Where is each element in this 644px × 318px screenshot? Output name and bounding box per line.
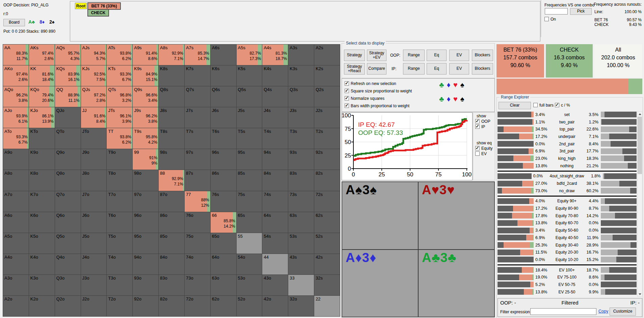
hand-cell-Q2s[interactable]: Q2s bbox=[314, 86, 340, 107]
explorer-row-top-pair[interactable]: 34.5%top_pair22.6% bbox=[498, 125, 637, 133]
suit-icon[interactable]: ♥ bbox=[453, 81, 460, 89]
hand-cell-74s[interactable]: 74s bbox=[262, 191, 288, 212]
show-item-ip[interactable]: IP bbox=[475, 124, 495, 129]
hand-cell-Q7o[interactable]: Q7o bbox=[55, 191, 81, 212]
hand-cell-T4s[interactable]: T4s bbox=[262, 128, 288, 149]
hand-cell-88[interactable]: 8892.9%7.1% bbox=[159, 170, 184, 191]
option-checkbox[interactable] bbox=[345, 104, 349, 108]
explorer-row-equity-60-70[interactable]: 13.8%Equity 60-700.0% bbox=[498, 220, 637, 227]
hand-cell-A8o[interactable]: A8o bbox=[3, 170, 29, 191]
hand-cell-K4s[interactable]: K4s bbox=[262, 65, 288, 86]
show-checkbox[interactable] bbox=[475, 119, 480, 123]
hand-cell-95o[interactable]: 95o bbox=[133, 233, 158, 254]
hand-cell-QJo[interactable]: QJo bbox=[55, 107, 81, 128]
hand-cell-65s[interactable]: 65s bbox=[237, 212, 262, 233]
suit-icon[interactable]: ♣ bbox=[439, 81, 447, 89]
hand-cell-KQo[interactable]: KQo79.4%20.6% bbox=[29, 86, 55, 107]
suit-icon[interactable]: ♠ bbox=[460, 95, 467, 103]
hand-cell-KTs[interactable]: KTs93.3%6.7% bbox=[107, 65, 132, 86]
hand-cell-75o[interactable]: 75o bbox=[185, 233, 210, 254]
hand-cell-66[interactable]: 6685.8%14.2% bbox=[211, 212, 236, 233]
explorer-row-equity-50-60[interactable]: 3.4%Equity 50-600.0% bbox=[498, 227, 637, 234]
tree-node-bet[interactable]: BET 76 (33%) bbox=[87, 2, 121, 10]
hand-cell-QQ[interactable]: QQ88.9%11.1% bbox=[55, 86, 81, 107]
option-checkbox[interactable] bbox=[345, 96, 349, 100]
hand-cell-K8o[interactable]: K8o bbox=[29, 170, 55, 191]
oop-ev-button[interactable]: EV bbox=[449, 50, 469, 61]
hand-cell-A4s[interactable]: A4s81.3%18.7% bbox=[262, 45, 288, 65]
scroll-up-icon[interactable] bbox=[638, 112, 642, 116]
pick-button[interactable]: Pick bbox=[570, 8, 592, 15]
hand-cell-A3o[interactable]: A3o bbox=[3, 275, 29, 295]
hand-cell-Q4s[interactable]: Q4s bbox=[262, 86, 288, 107]
explorer-row-4out-straight-draw[interactable]: 0.0%4out_straight_draw1.8% bbox=[498, 173, 637, 180]
explorer-row-equity-40-50[interactable]: 6.9%Equity 40-5011.9% bbox=[498, 234, 637, 241]
explorer-row-equity-70-80[interactable]: 17.8%Equity 70-8014.2% bbox=[498, 212, 637, 220]
strategy-ev-button[interactable]: Strategy +EV bbox=[367, 50, 386, 61]
ip-ev-button[interactable]: EV bbox=[449, 63, 469, 75]
hand-cell-95s[interactable]: 95s bbox=[237, 149, 262, 170]
ip-blockers-button[interactable]: Blockers bbox=[472, 63, 493, 75]
hand-cell-63s[interactable]: 63s bbox=[288, 212, 314, 233]
tree-node-check[interactable]: CHECK bbox=[87, 9, 109, 17]
hand-cell-AQo[interactable]: AQo96.2%3.8% bbox=[3, 86, 29, 107]
hand-cell-T8s[interactable]: T8s bbox=[159, 128, 184, 149]
hand-cell-T5s[interactable]: T5s bbox=[237, 128, 262, 149]
hand-cell-A2o[interactable]: A2o bbox=[3, 296, 29, 316]
hand-cell-K3s[interactable]: K3s bbox=[288, 65, 314, 86]
hand-cell-KJs[interactable]: KJs92.5%7.5% bbox=[81, 65, 107, 86]
strategy-button[interactable]: Strategy bbox=[344, 50, 365, 61]
hand-cell-QTs[interactable]: QTs96.8%3.2% bbox=[107, 86, 132, 107]
hand-cell-77[interactable]: 7788%12% bbox=[185, 191, 210, 212]
hand-cell-K2o[interactable]: K2o bbox=[29, 296, 55, 316]
hand-cell-T8o[interactable]: T8o bbox=[107, 170, 132, 191]
hand-cell-J7o[interactable]: J7o bbox=[81, 191, 107, 212]
hand-cell-T9s[interactable]: T9s95.8%4.2% bbox=[133, 128, 158, 149]
hand-cell-ATo[interactable]: ATo93.3%6.7% bbox=[3, 128, 29, 149]
hand-cell-Q8s[interactable]: Q8s bbox=[159, 86, 184, 107]
hand-cell-82s[interactable]: 82s bbox=[314, 170, 340, 191]
explorer-row-ev-100+[interactable]: 18.4%EV 100+18.7% bbox=[498, 266, 637, 274]
explorer-row-equity-90+[interactable]: 4.0%Equity 90+4.4% bbox=[498, 198, 637, 205]
hand-cell-Q6o[interactable]: Q6o bbox=[55, 212, 81, 233]
hand-cell-93o[interactable]: 93o bbox=[133, 275, 158, 295]
hand-cell-A4o[interactable]: A4o bbox=[3, 254, 29, 274]
full-bars-row[interactable]: full bars bbox=[533, 103, 554, 108]
hand-cell-J2s[interactable]: J2s bbox=[314, 107, 340, 128]
hand-cell-J5o[interactable]: J5o bbox=[81, 233, 107, 254]
combo-card-A3[interactable]: A♠3♠ bbox=[342, 182, 418, 249]
hand-cell-72o[interactable]: 72o bbox=[185, 296, 210, 316]
combo-card-A3[interactable]: A♥3♥ bbox=[419, 182, 494, 249]
hand-cell-65o[interactable]: 65o bbox=[211, 233, 236, 254]
hand-cell-Q2o[interactable]: Q2o bbox=[55, 296, 81, 316]
hand-cell-86s[interactable]: 86s bbox=[211, 170, 236, 191]
hand-cell-83s[interactable]: 83s bbox=[288, 170, 314, 191]
hand-cell-33[interactable]: 33 bbox=[288, 275, 314, 295]
hand-cell-64o[interactable]: 64o bbox=[211, 254, 236, 274]
hand-cell-J9o[interactable]: J9o bbox=[81, 149, 107, 170]
hand-cell-82o[interactable]: 82o bbox=[159, 296, 184, 316]
show-checkbox[interactable] bbox=[475, 151, 480, 156]
combo-input[interactable] bbox=[545, 8, 568, 15]
compare-button[interactable]: Compare bbox=[367, 63, 386, 75]
hand-cell-T2o[interactable]: T2o bbox=[107, 296, 132, 316]
show-item-oop[interactable]: OOP bbox=[475, 119, 495, 124]
hand-cell-AKo[interactable]: AKo97.4%2.6% bbox=[3, 65, 29, 86]
cpct-checkbox[interactable] bbox=[555, 103, 559, 107]
hand-cell-55[interactable]: 55 bbox=[237, 233, 262, 254]
explorer-row-3rd-pair[interactable]: 6.9%3rd_pair17.7% bbox=[498, 147, 637, 155]
show-item-equity[interactable]: Equity bbox=[475, 146, 495, 151]
hand-cell-Q3s[interactable]: Q3s bbox=[288, 86, 314, 107]
hand-cell-87o[interactable]: 87o bbox=[159, 191, 184, 212]
hand-cell-A5s[interactable]: A5s82.7%17.3% bbox=[237, 45, 262, 65]
hand-cell-A9s[interactable]: A9s91.4%8.6% bbox=[133, 45, 158, 65]
hand-cell-32o[interactable]: 32o bbox=[288, 296, 314, 316]
hand-cell-KTo[interactable]: KTo bbox=[29, 128, 55, 149]
hand-cell-K5s[interactable]: K5s bbox=[237, 65, 262, 86]
hand-cell-52o[interactable]: 52o bbox=[237, 296, 262, 316]
hand-cell-J3s[interactable]: J3s bbox=[288, 107, 314, 128]
explorer-row-ev-25-50[interactable]: 13.8%EV 25-509.9% bbox=[498, 288, 637, 296]
hand-cell-64s[interactable]: 64s bbox=[262, 212, 288, 233]
hand-cell-92s[interactable]: 92s bbox=[314, 149, 340, 170]
explorer-row-ev-50-75[interactable]: 5.2%EV 50-750.0% bbox=[498, 281, 637, 288]
